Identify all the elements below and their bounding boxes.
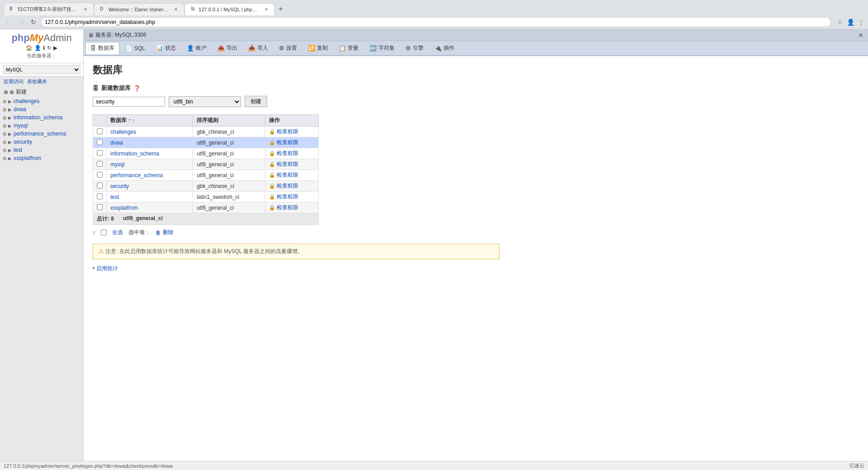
sidebar-db-challenges[interactable]: ⊞ ▶ challenges — [0, 97, 83, 105]
db-link-performance-schema[interactable]: performance_schema — [14, 131, 66, 137]
favorites-link[interactable]: 表收藏夹 — [27, 78, 47, 85]
checkbox-information-schema[interactable] — [97, 150, 103, 156]
checkbox-mysql[interactable] — [97, 161, 103, 167]
tab-databases-label: 数据库 — [98, 44, 114, 52]
sidebar-db-security[interactable]: ⊞ ▶ security — [0, 138, 83, 146]
sidebar-db-information-schema[interactable]: ⊞ ▶ information_schema — [0, 113, 83, 122]
warning-icon: ⚠ — [99, 248, 104, 254]
tab-3[interactable]: 🐘 127.0.0.1 / MySQL | phpMyAd... ✕ — [184, 3, 275, 15]
collation-select[interactable]: utf8_bin utf8_general_ci gbk_chinese_ci … — [169, 96, 241, 107]
tab-3-title: 127.0.0.1 / MySQL | phpMyAd... — [198, 7, 261, 12]
tab-databases[interactable]: 🗄 数据库 — [85, 42, 119, 54]
tab-3-close[interactable]: ✕ — [264, 7, 269, 12]
logo-icon-info[interactable]: ℹ — [43, 45, 45, 51]
check-privs-test[interactable]: 检查权限 — [277, 193, 298, 200]
db-link-mysql-row[interactable]: mysql — [110, 161, 124, 168]
tab-plugins[interactable]: 🔌 插件 — [429, 42, 459, 54]
checkbox-dvwa[interactable] — [97, 139, 103, 145]
tab-2-close[interactable]: ✕ — [173, 7, 179, 12]
sidebar-new-button[interactable]: ⊕ ⊕ 新建 — [0, 87, 83, 97]
tab-status[interactable]: 📊 状态 — [151, 42, 181, 54]
check-privs-perf-schema[interactable]: 检查权限 — [277, 172, 298, 178]
select-all-checkbox[interactable] — [101, 230, 107, 235]
check-privs-challenges[interactable]: 检查权限 — [277, 128, 298, 135]
select-all-button[interactable]: 全选 — [112, 229, 123, 236]
tab-replication[interactable]: 🔁 复制 — [303, 42, 333, 54]
warning-box: ⚠ 注意: 在此启用数据库统计可能导致网站服务器和 MySQL 服务器之间的流量… — [93, 244, 500, 259]
check-privs-info-schema[interactable]: 检查权限 — [277, 150, 298, 156]
sidebar-db-mysql[interactable]: ⊞ ▶ mysql — [0, 122, 83, 130]
tab-2[interactable]: D Welcome :: Damn Vulnerable... ✕ — [94, 3, 184, 15]
tab-1[interactable]: B 51CTO博客2.0-原创IT技术文章... ✕ — [4, 3, 94, 15]
db-link-challenges[interactable]: challenges — [14, 98, 39, 104]
tab-charset[interactable]: 🔤 字符集 — [364, 42, 400, 54]
table-row: test latin1_swedish_ci 🔒 检查权限 — [93, 192, 319, 202]
pma-logo: phpMyAdmin — [4, 33, 80, 43]
tab-variables[interactable]: 📋 变量 — [334, 42, 363, 54]
new-db-name-input[interactable] — [93, 97, 165, 107]
db-link-dvwa-row[interactable]: dvwa — [110, 140, 123, 146]
db-link-xssplatfrom-row[interactable]: xssplatfrom — [110, 205, 138, 211]
collation-performance-schema: utf8_general_ci — [193, 170, 265, 181]
sidebar-db-xssplatfrom[interactable]: ⊞ ▶ xssplatfrom — [0, 154, 83, 162]
check-privs-xssplatfrom[interactable]: 检查权限 — [277, 204, 298, 211]
server-select[interactable]: MySQL — [3, 65, 80, 74]
db-link-security[interactable]: security — [14, 139, 32, 145]
tab-import[interactable]: 📥 导入 — [243, 42, 273, 54]
db-link-dvwa[interactable]: dvwa — [14, 106, 26, 113]
db-link-test[interactable]: test — [14, 147, 22, 153]
check-privs-dvwa[interactable]: 检查权限 — [277, 139, 298, 146]
db-link-mysql[interactable]: mysql — [14, 122, 28, 129]
checkbox-challenges[interactable] — [97, 128, 103, 134]
stats-section: • 启用统计 — [93, 265, 859, 273]
back-button[interactable]: ← — [4, 18, 14, 27]
tab-replication-label: 复制 — [317, 44, 328, 52]
action-icon-info-schema: 🔒 — [269, 150, 275, 156]
checkbox-test[interactable] — [97, 193, 103, 199]
check-privs-mysql[interactable]: 检查权限 — [277, 161, 298, 167]
browser-icons: ☆ 👤 ⋮ — [837, 19, 864, 26]
check-privs-security[interactable]: 检查权限 — [277, 183, 298, 189]
logo-icon-more[interactable]: ▶ — [53, 45, 57, 51]
db-link-test-row[interactable]: test — [110, 194, 119, 200]
address-input[interactable] — [41, 17, 831, 27]
server-title: 服务器: MySQL:3306 — [95, 31, 146, 39]
checkbox-security[interactable] — [97, 183, 103, 188]
tab-sql[interactable]: 📄 SQL — [120, 42, 150, 54]
db-link-information-schema[interactable]: information_schema — [14, 114, 62, 121]
sidebar-db-test[interactable]: ⊞ ▶ test — [0, 146, 83, 154]
menu-icon[interactable]: ⋮ — [858, 19, 864, 26]
tab-accounts[interactable]: 👤 账户 — [182, 42, 212, 54]
recent-link[interactable]: 近期访问 — [4, 78, 24, 85]
sidebar-db-dvwa[interactable]: ⊞ ▶ dvwa — [0, 105, 83, 113]
bookmark-icon[interactable]: ☆ — [837, 19, 843, 26]
create-db-button[interactable]: 创建 — [245, 96, 267, 107]
account-icon[interactable]: 👤 — [847, 19, 854, 26]
db-link-challenges-row[interactable]: challenges — [110, 129, 136, 135]
tab-1-close[interactable]: ✕ — [83, 7, 88, 12]
tab-charset-label: 字符集 — [378, 44, 395, 52]
db-link-security-row[interactable]: security — [110, 183, 129, 189]
db-link-performance-schema-row[interactable]: performance_schema — [110, 172, 163, 179]
new-tab-button[interactable]: + — [275, 3, 286, 15]
tab-engines[interactable]: ⚙ 引擎 — [401, 42, 429, 54]
action-icon-perf-schema: 🔒 — [269, 172, 275, 178]
sidebar-db-performance-schema[interactable]: ⊞ ▶ performance_schema — [0, 130, 83, 138]
enable-stats-link[interactable]: 启用统计 — [96, 265, 118, 272]
page-title: 数据库 — [93, 63, 859, 77]
checkbox-performance-schema[interactable] — [97, 172, 103, 178]
tab-export[interactable]: 📤 导出 — [212, 42, 242, 54]
logo-icon-home[interactable]: 🏠 — [26, 45, 33, 51]
forward-button[interactable]: → — [16, 18, 26, 27]
logo-icon-refresh[interactable]: ↻ — [47, 45, 52, 51]
tab-settings[interactable]: ⚙ 设置 — [274, 42, 302, 54]
help-icon[interactable]: ❓ — [133, 85, 141, 92]
db-link-information-schema-row[interactable]: information_schema — [110, 150, 159, 157]
close-panel-button[interactable]: ✕ — [858, 32, 863, 39]
logo-icon-user[interactable]: 👤 — [34, 45, 41, 51]
refresh-button[interactable]: ↻ — [29, 18, 38, 27]
db-link-xssplatfrom[interactable]: xssplatfrom — [14, 155, 41, 161]
col-header-database[interactable]: 数据库 ↑ — [107, 115, 193, 127]
checkbox-xssplatfrom[interactable] — [97, 204, 103, 210]
delete-selected-button[interactable]: 🗑 删除 — [156, 229, 174, 236]
